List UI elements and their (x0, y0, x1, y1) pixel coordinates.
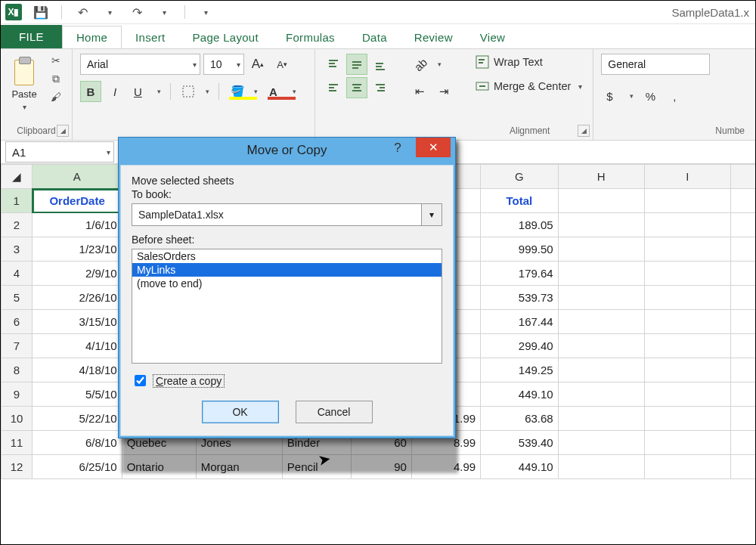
sheet-list-item[interactable]: (move to end) (132, 277, 442, 290)
tab-view[interactable]: View (466, 26, 519, 48)
font-color-button[interactable]: A▾ (264, 81, 299, 102)
tab-data[interactable]: Data (349, 26, 401, 48)
cell[interactable] (730, 262, 755, 286)
merge-center-button[interactable]: Merge & Center ▾ (472, 78, 585, 94)
cell[interactable] (558, 455, 644, 479)
cell[interactable] (644, 382, 730, 407)
cell[interactable] (644, 189, 730, 213)
cell[interactable] (558, 310, 644, 334)
dialog-close-button[interactable]: ✕ (416, 138, 451, 157)
cell[interactable]: OrderDate (33, 189, 122, 213)
font-name-combo[interactable]: Arial▾ (80, 54, 200, 75)
cell[interactable]: 5/22/10 (33, 407, 122, 431)
cell[interactable]: 539.73 (481, 286, 559, 310)
name-box[interactable]: A1▾ (5, 141, 114, 163)
paste-button[interactable]: Paste ▾ (8, 54, 40, 113)
decrease-indent-button[interactable]: ⇤ (409, 81, 430, 102)
cell[interactable]: 3/15/10 (33, 310, 122, 334)
col-header-J[interactable]: J (730, 165, 755, 189)
percent-format-button[interactable]: % (640, 85, 661, 107)
cell[interactable] (730, 213, 755, 237)
cell[interactable] (644, 334, 730, 358)
cell[interactable] (730, 286, 755, 310)
cell[interactable]: 539.40 (481, 431, 559, 455)
fill-color-button[interactable]: 🪣▾ (225, 81, 261, 102)
cell[interactable] (558, 213, 644, 237)
italic-button[interactable]: I (104, 81, 125, 102)
cell[interactable] (730, 382, 755, 407)
cell[interactable] (730, 407, 755, 431)
align-left-button[interactable] (323, 77, 344, 98)
cell[interactable]: 167.44 (481, 310, 559, 334)
cell[interactable]: 2/9/10 (33, 262, 122, 286)
cell[interactable] (558, 286, 644, 310)
cell[interactable] (644, 310, 730, 334)
redo-icon[interactable]: ↷ (129, 4, 145, 20)
wrap-text-button[interactable]: Wrap Text (472, 54, 546, 70)
number-format-combo[interactable]: General (601, 54, 710, 75)
grow-font-button[interactable]: A▴ (247, 54, 268, 75)
row-header[interactable]: 11 (2, 431, 33, 455)
row-header[interactable]: 6 (2, 310, 33, 334)
create-copy-checkbox[interactable] (135, 375, 146, 386)
cancel-button[interactable]: Cancel (296, 401, 373, 423)
row-header[interactable]: 3 (2, 237, 33, 262)
cell[interactable] (558, 431, 644, 455)
orientation-button[interactable]: ab▾ (409, 54, 445, 75)
cell[interactable]: 999.50 (481, 237, 559, 262)
row-header[interactable]: 12 (2, 455, 33, 479)
cell[interactable] (558, 262, 644, 286)
tab-home[interactable]: Home (62, 26, 122, 48)
cell[interactable]: 2/26/10 (33, 286, 122, 310)
sheet-list-item[interactable]: MyLinks (132, 263, 442, 277)
tab-insert[interactable]: Insert (122, 26, 178, 48)
cut-icon[interactable]: ✂ (48, 54, 64, 67)
cell[interactable] (558, 382, 644, 407)
row-header[interactable]: 9 (2, 382, 33, 407)
cell[interactable]: 6/8/10 (33, 431, 122, 455)
row-header[interactable]: 4 (2, 262, 33, 286)
tab-review[interactable]: Review (401, 26, 466, 48)
tab-page-layout[interactable]: Page Layout (178, 26, 272, 48)
cell[interactable]: 449.10 (481, 382, 559, 407)
cell[interactable]: 6/25/10 (33, 455, 122, 479)
cell[interactable] (644, 286, 730, 310)
row-header[interactable]: 8 (2, 358, 33, 382)
clipboard-dialog-launcher[interactable]: ◢ (57, 125, 69, 137)
redo-dropdown-icon[interactable]: ▾ (156, 4, 172, 20)
row-header[interactable]: 5 (2, 286, 33, 310)
cell[interactable] (644, 431, 730, 455)
comma-format-button[interactable]: , (664, 85, 685, 107)
cell[interactable] (558, 358, 644, 382)
cell[interactable] (644, 358, 730, 382)
cell[interactable] (644, 455, 730, 479)
cell[interactable] (644, 213, 730, 237)
cell[interactable] (644, 262, 730, 286)
cell[interactable]: 1/6/10 (33, 213, 122, 237)
chevron-down-icon[interactable]: ▾ (421, 204, 442, 225)
row-header[interactable]: 1 (2, 189, 33, 213)
format-painter-icon[interactable]: 🖌 (48, 90, 64, 104)
cell[interactable]: 179.64 (481, 262, 559, 286)
cell[interactable] (730, 237, 755, 262)
alignment-dialog-launcher[interactable]: ◢ (578, 125, 590, 137)
cell[interactable]: 299.40 (481, 334, 559, 358)
dialog-title-bar[interactable]: Move or Copy ? ✕ (119, 138, 455, 163)
cell[interactable]: Total (481, 189, 559, 213)
row-header[interactable]: 7 (2, 334, 33, 358)
cell[interactable] (730, 455, 755, 479)
cell[interactable]: 1/23/10 (33, 237, 122, 262)
increase-indent-button[interactable]: ⇥ (433, 81, 454, 102)
align-right-button[interactable] (370, 77, 391, 98)
sheet-list-item[interactable]: SalesOrders (132, 249, 442, 263)
cell[interactable]: 149.25 (481, 358, 559, 382)
row-header[interactable]: 10 (2, 407, 33, 431)
undo-icon[interactable]: ↶ (74, 4, 91, 20)
dialog-help-button[interactable]: ? (383, 138, 413, 159)
bold-button[interactable]: B (80, 81, 101, 102)
cell[interactable] (644, 407, 730, 431)
cell[interactable] (730, 189, 755, 213)
align-bottom-button[interactable] (370, 54, 391, 75)
cell[interactable]: 63.68 (481, 407, 559, 431)
to-book-combo[interactable]: SampleData1.xlsx ▾ (132, 203, 442, 226)
